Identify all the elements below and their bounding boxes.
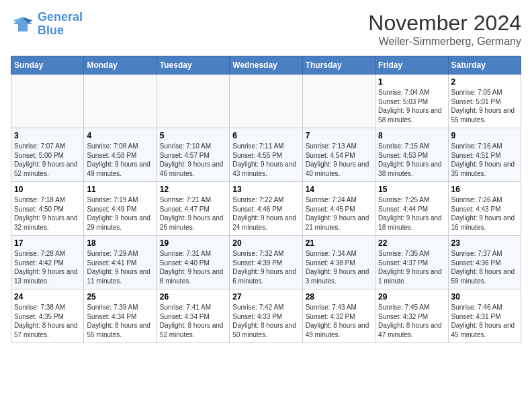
title-area: November 2024 Weiler-Simmerberg, Germany xyxy=(368,11,521,48)
day-number: 11 xyxy=(87,185,153,194)
column-header-sunday: Sunday xyxy=(11,56,84,75)
day-number: 18 xyxy=(87,238,153,248)
day-number: 14 xyxy=(306,185,372,194)
calendar-cell: 22Sunrise: 7:35 AM Sunset: 4:37 PM Dayli… xyxy=(375,236,448,289)
day-info: Sunrise: 7:24 AM Sunset: 4:45 PM Dayligh… xyxy=(306,195,372,232)
day-number: 27 xyxy=(232,292,299,302)
calendar-cell: 10Sunrise: 7:18 AM Sunset: 4:50 PM Dayli… xyxy=(11,182,84,236)
logo-text: General Blue xyxy=(38,11,83,38)
calendar-cell: 11Sunrise: 7:19 AM Sunset: 4:49 PM Dayli… xyxy=(84,182,157,236)
calendar-cell xyxy=(11,75,84,128)
calendar-cell: 16Sunrise: 7:26 AM Sunset: 4:43 PM Dayli… xyxy=(448,182,521,236)
day-info: Sunrise: 7:32 AM Sunset: 4:39 PM Dayligh… xyxy=(232,249,299,285)
day-info: Sunrise: 7:19 AM Sunset: 4:49 PM Dayligh… xyxy=(87,195,153,232)
day-info: Sunrise: 7:13 AM Sunset: 4:54 PM Dayligh… xyxy=(306,142,372,178)
week-row-5: 24Sunrise: 7:38 AM Sunset: 4:35 PM Dayli… xyxy=(11,289,521,343)
day-info: Sunrise: 7:28 AM Sunset: 4:42 PM Dayligh… xyxy=(14,249,81,285)
day-number: 25 xyxy=(87,292,153,302)
day-number: 29 xyxy=(378,292,445,302)
day-number: 7 xyxy=(306,131,372,140)
logo-icon xyxy=(11,12,35,36)
day-number: 16 xyxy=(451,185,518,194)
calendar-cell: 5Sunrise: 7:10 AM Sunset: 4:57 PM Daylig… xyxy=(157,128,229,182)
day-number: 23 xyxy=(451,238,518,248)
calendar-cell xyxy=(302,75,375,128)
calendar-cell: 20Sunrise: 7:32 AM Sunset: 4:39 PM Dayli… xyxy=(230,236,302,289)
day-number: 28 xyxy=(306,292,372,302)
column-header-friday: Friday xyxy=(375,56,448,75)
calendar-cell: 14Sunrise: 7:24 AM Sunset: 4:45 PM Dayli… xyxy=(302,182,375,236)
week-row-2: 3Sunrise: 7:07 AM Sunset: 5:00 PM Daylig… xyxy=(11,128,521,182)
day-info: Sunrise: 7:29 AM Sunset: 4:41 PM Dayligh… xyxy=(87,249,153,285)
day-number: 6 xyxy=(232,131,299,140)
calendar-cell: 26Sunrise: 7:41 AM Sunset: 4:34 PM Dayli… xyxy=(157,289,229,343)
calendar-cell: 27Sunrise: 7:42 AM Sunset: 4:33 PM Dayli… xyxy=(230,289,302,343)
calendar-cell: 13Sunrise: 7:22 AM Sunset: 4:46 PM Dayli… xyxy=(230,182,302,236)
calendar-cell: 29Sunrise: 7:45 AM Sunset: 4:32 PM Dayli… xyxy=(375,289,448,343)
day-info: Sunrise: 7:16 AM Sunset: 4:51 PM Dayligh… xyxy=(451,142,518,178)
day-number: 10 xyxy=(14,185,81,194)
calendar-cell: 12Sunrise: 7:21 AM Sunset: 4:47 PM Dayli… xyxy=(157,182,229,236)
calendar-cell: 28Sunrise: 7:43 AM Sunset: 4:32 PM Dayli… xyxy=(302,289,375,343)
day-info: Sunrise: 7:35 AM Sunset: 4:37 PM Dayligh… xyxy=(378,249,445,285)
column-header-tuesday: Tuesday xyxy=(157,56,229,75)
month-title: November 2024 xyxy=(368,11,521,36)
day-number: 13 xyxy=(232,185,299,194)
day-number: 24 xyxy=(14,292,81,302)
column-header-monday: Monday xyxy=(84,56,157,75)
calendar-cell: 4Sunrise: 7:08 AM Sunset: 4:58 PM Daylig… xyxy=(84,128,157,182)
day-info: Sunrise: 7:43 AM Sunset: 4:32 PM Dayligh… xyxy=(306,303,372,339)
calendar-cell: 6Sunrise: 7:11 AM Sunset: 4:55 PM Daylig… xyxy=(230,128,302,182)
calendar-cell xyxy=(84,75,157,128)
day-number: 8 xyxy=(378,131,445,140)
day-info: Sunrise: 7:34 AM Sunset: 4:38 PM Dayligh… xyxy=(306,249,372,285)
day-info: Sunrise: 7:41 AM Sunset: 4:34 PM Dayligh… xyxy=(160,303,226,339)
calendar-cell: 24Sunrise: 7:38 AM Sunset: 4:35 PM Dayli… xyxy=(11,289,84,343)
day-info: Sunrise: 7:10 AM Sunset: 4:57 PM Dayligh… xyxy=(160,142,226,178)
day-number: 20 xyxy=(232,238,299,248)
day-number: 19 xyxy=(160,238,226,248)
day-info: Sunrise: 7:38 AM Sunset: 4:35 PM Dayligh… xyxy=(14,303,81,339)
calendar-cell xyxy=(230,75,302,128)
day-info: Sunrise: 7:26 AM Sunset: 4:43 PM Dayligh… xyxy=(451,195,518,232)
calendar-cell: 17Sunrise: 7:28 AM Sunset: 4:42 PM Dayli… xyxy=(11,236,84,289)
day-number: 30 xyxy=(451,292,518,302)
column-header-saturday: Saturday xyxy=(448,56,521,75)
location-title: Weiler-Simmerberg, Germany xyxy=(368,36,521,48)
day-number: 2 xyxy=(451,77,518,87)
calendar-cell: 3Sunrise: 7:07 AM Sunset: 5:00 PM Daylig… xyxy=(11,128,84,182)
calendar-cell: 23Sunrise: 7:37 AM Sunset: 4:36 PM Dayli… xyxy=(448,236,521,289)
day-info: Sunrise: 7:07 AM Sunset: 5:00 PM Dayligh… xyxy=(14,142,81,178)
day-info: Sunrise: 7:04 AM Sunset: 5:03 PM Dayligh… xyxy=(378,88,445,124)
calendar-header-row: SundayMondayTuesdayWednesdayThursdayFrid… xyxy=(11,56,521,75)
day-info: Sunrise: 7:42 AM Sunset: 4:33 PM Dayligh… xyxy=(232,303,299,339)
day-number: 5 xyxy=(160,131,226,140)
day-number: 21 xyxy=(306,238,372,248)
week-row-4: 17Sunrise: 7:28 AM Sunset: 4:42 PM Dayli… xyxy=(11,236,521,289)
calendar-cell xyxy=(157,75,229,128)
calendar-cell: 9Sunrise: 7:16 AM Sunset: 4:51 PM Daylig… xyxy=(448,128,521,182)
day-number: 12 xyxy=(160,185,226,194)
day-info: Sunrise: 7:21 AM Sunset: 4:47 PM Dayligh… xyxy=(160,195,226,232)
day-info: Sunrise: 7:37 AM Sunset: 4:36 PM Dayligh… xyxy=(451,249,518,285)
day-number: 1 xyxy=(378,77,445,87)
day-info: Sunrise: 7:25 AM Sunset: 4:44 PM Dayligh… xyxy=(378,195,445,232)
calendar-cell: 30Sunrise: 7:46 AM Sunset: 4:31 PM Dayli… xyxy=(448,289,521,343)
day-info: Sunrise: 7:18 AM Sunset: 4:50 PM Dayligh… xyxy=(14,195,81,232)
day-number: 9 xyxy=(451,131,518,140)
day-number: 4 xyxy=(87,131,153,140)
calendar-cell: 19Sunrise: 7:31 AM Sunset: 4:40 PM Dayli… xyxy=(157,236,229,289)
day-number: 22 xyxy=(378,238,445,248)
day-number: 26 xyxy=(160,292,226,302)
svg-marker-0 xyxy=(13,17,33,32)
day-info: Sunrise: 7:05 AM Sunset: 5:01 PM Dayligh… xyxy=(451,88,518,124)
week-row-3: 10Sunrise: 7:18 AM Sunset: 4:50 PM Dayli… xyxy=(11,182,521,236)
column-header-thursday: Thursday xyxy=(302,56,375,75)
day-number: 15 xyxy=(378,185,445,194)
day-number: 3 xyxy=(14,131,81,140)
calendar-cell: 7Sunrise: 7:13 AM Sunset: 4:54 PM Daylig… xyxy=(302,128,375,182)
calendar-cell: 8Sunrise: 7:15 AM Sunset: 4:53 PM Daylig… xyxy=(375,128,448,182)
day-info: Sunrise: 7:22 AM Sunset: 4:46 PM Dayligh… xyxy=(232,195,299,232)
logo: General Blue xyxy=(11,11,83,38)
day-info: Sunrise: 7:11 AM Sunset: 4:55 PM Dayligh… xyxy=(232,142,299,178)
